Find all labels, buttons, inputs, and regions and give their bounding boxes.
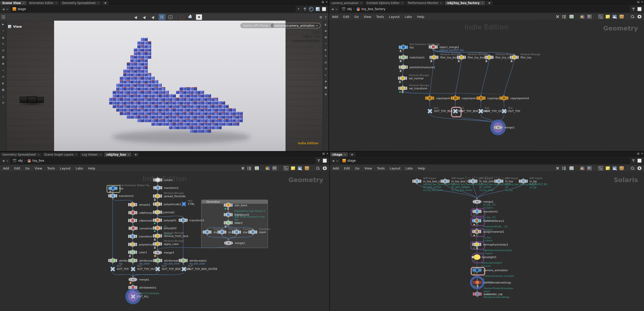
menu-go[interactable]: Go [354,15,358,19]
menu-view[interactable]: View [35,166,42,170]
tab-obj-toy-box-factory[interactable]: /obj/toy_box_factory× [445,1,486,5]
menu-add[interactable]: Add [332,15,338,19]
help-icon[interactable]: ? [325,15,327,19]
tools-icon[interactable] [241,166,245,170]
eye-icon[interactable] [637,166,641,170]
tab-stage[interactable]: /stage× [330,152,348,157]
tab-close-icon[interactable]: × [401,2,403,4]
pin-icon[interactable] [632,159,635,162]
tools-icon[interactable] [555,15,559,18]
menu-view[interactable]: View [365,166,372,170]
view-tool[interactable] [133,14,139,20]
menu-edit[interactable]: Edit [344,166,350,170]
tab-close-icon[interactable]: × [344,153,346,156]
tab-close-icon[interactable]: × [360,2,362,4]
display-toggle-icon-1[interactable]: ◉ [324,29,328,33]
square-icon[interactable] [323,159,327,163]
grid-icon[interactable] [587,166,592,170]
image-icon[interactable] [613,166,617,170]
square-icon[interactable] [637,159,641,163]
menu-help[interactable]: Help [88,166,95,170]
new-tab-button[interactable]: + [486,1,493,5]
new-tab-button[interactable]: + [132,152,139,157]
breadcrumb-obj[interactable]: obj [342,7,352,11]
tab-scene-view[interactable]: Scene View× [0,1,27,5]
menu-go[interactable]: Go [355,166,359,170]
forward-button[interactable]: ▶ [335,8,338,11]
windows-icon[interactable] [284,166,288,170]
tab-obj-toy-box[interactable]: /obj/toy_box× [104,152,132,157]
back-button[interactable]: ◀ [331,8,334,11]
display-toggle-icon-7[interactable]: ◔ [324,67,328,71]
pin-icon[interactable] [303,7,307,11]
display-toggle-icon-11[interactable]: ▲ [324,92,328,96]
snap-toggle[interactable] [159,14,165,20]
palette-icon[interactable] [580,166,584,170]
tree-icon[interactable] [248,166,252,170]
note-icon[interactable] [606,15,610,18]
pane-menu-icon[interactable]: ▾ [326,1,327,3]
menu-tools[interactable]: Tools [47,166,55,170]
menu-labs[interactable]: Labs [405,15,412,19]
handles-tool[interactable] [150,14,156,20]
search-icon[interactable] [316,166,320,170]
shelf-tool-icon-7[interactable]: ◇ [1,68,5,72]
note-icon[interactable] [291,166,295,170]
menu-labs[interactable]: Labs [406,166,413,170]
shelf-tool-icon-1[interactable]: ⌖ [1,29,5,33]
menu-help[interactable]: Help [417,15,424,19]
path-field[interactable]: stage [340,158,630,164]
image-icon[interactable] [298,166,302,170]
path-field[interactable]: stage [11,6,295,12]
tab-close-icon[interactable]: × [75,153,77,156]
list-icon[interactable] [255,166,259,170]
network-canvas-toybox[interactable]: Indie EditionGeometryDecorationcircle1Te… [0,171,329,311]
pane-maximize-icon[interactable]: ▤ [637,1,639,3]
tab-close-icon[interactable]: × [100,153,102,156]
tab-close-icon[interactable]: × [440,2,442,4]
eye-icon[interactable] [323,166,327,170]
menu-tools[interactable]: Tools [376,15,384,19]
tab-performance-monitor[interactable]: Performance Monitor× [406,1,444,5]
shelf-tool-icon-6[interactable]: ◉ [1,61,5,66]
pane-maximize-icon[interactable]: ▤ [322,1,324,3]
camera-selector[interactable]: /cameras/camera_animation ▾ [270,23,320,28]
tab-animation-editor[interactable]: Animation Editor× [27,1,60,5]
shelf-tool-icon-9[interactable]: ◐ [1,81,5,85]
shelf-tool-icon-5[interactable]: ▦ [1,55,5,59]
display-toggle-icon-9[interactable]: ◆ [324,79,328,83]
shelf-tool-icon-3[interactable]: ↻ [1,42,5,46]
search-icon[interactable] [631,15,635,18]
select-tool[interactable] [142,14,148,20]
camera-lock-toggle[interactable] [187,14,193,20]
pane-maximize-icon[interactable]: ▤ [323,152,325,155]
network-canvas-factory[interactable]: Indie EditionGeometryTest Geometry: Rubb… [329,20,644,151]
tab-context-options-editor[interactable]: Context Options Editor× [365,1,406,5]
menu-view[interactable]: View [364,15,371,19]
forward-button[interactable]: ▶ [336,159,339,162]
display-toggle-icon-0[interactable]: ◧ [324,23,328,26]
breadcrumb-toy-box[interactable]: toy_box [27,159,44,162]
tab-close-icon[interactable]: × [23,2,25,4]
display-toggle-icon-4[interactable]: ◐ [324,48,328,52]
network-canvas-stage[interactable]: Indie EditionSolarisSOP Importin_toy_box… [330,171,644,311]
basket-icon[interactable] [619,15,624,19]
tab-scene-graph-layers[interactable]: Scene Graph Layers× [42,152,79,157]
cube-icon[interactable] [316,7,320,11]
display-toggle-icon-3[interactable]: ⌖ [324,42,328,45]
target-icon[interactable] [309,7,313,11]
menu-tools[interactable]: Tools [377,166,385,170]
tab-close-icon[interactable]: × [481,2,483,4]
menu-layout[interactable]: Layout [389,15,400,19]
gear-icon[interactable]: ⚙ [319,15,322,19]
back-button[interactable]: ◀ [2,159,5,162]
list-icon[interactable] [570,15,574,18]
breadcrumb-obj[interactable]: obj [13,159,23,163]
forward-button[interactable]: ▶ [6,159,9,162]
palette-icon[interactable] [266,166,270,170]
display-toggle-icon-8[interactable]: ▸ [324,73,328,77]
basket-icon[interactable] [619,166,624,170]
tab-geometry-spreadsheet[interactable]: Geometry Spreadsheet× [60,1,101,5]
menu-go[interactable]: Go [25,166,29,170]
shelf-tool-icon-2[interactable]: ▲ [1,35,5,40]
